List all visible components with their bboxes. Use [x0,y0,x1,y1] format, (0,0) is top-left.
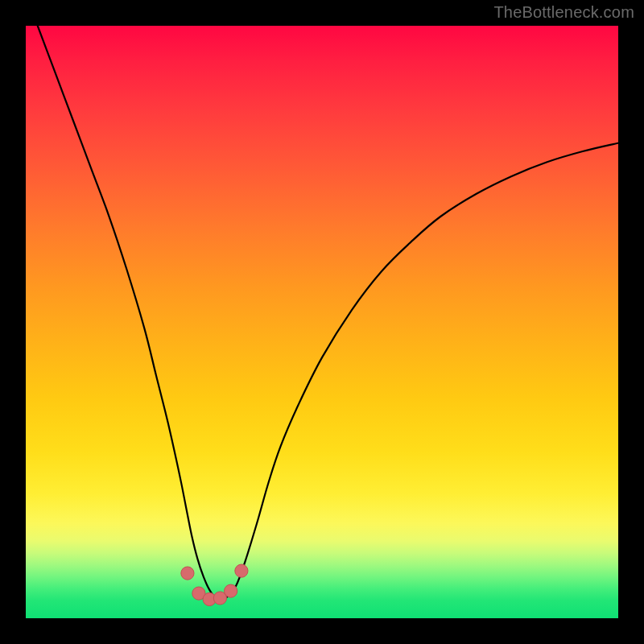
marker-layer [26,26,618,618]
curve-marker [225,584,237,597]
watermark-text: TheBottleneck.com [493,3,634,22]
curve-marker [181,567,194,580]
chart-frame: TheBottleneck.com [0,0,644,644]
plot-area [26,26,618,618]
curve-marker [235,564,248,577]
